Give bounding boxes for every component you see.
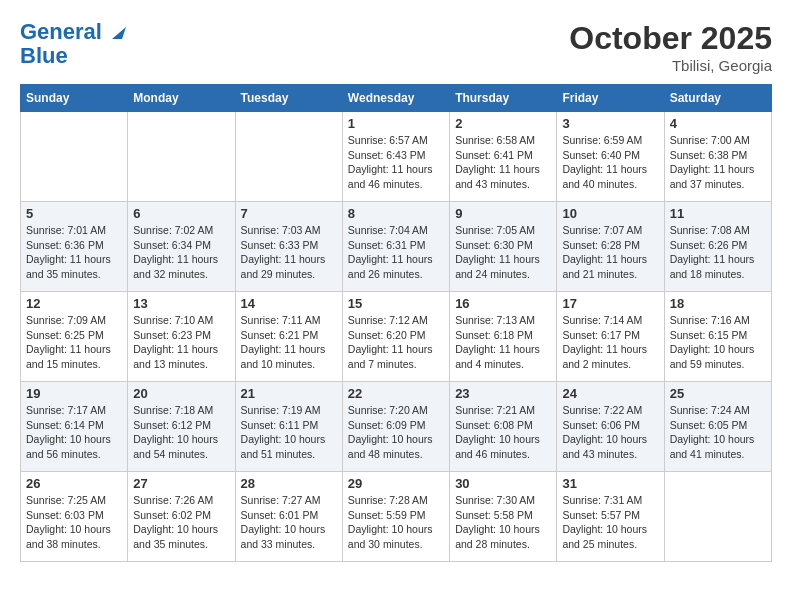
calendar-cell: 1Sunrise: 6:57 AM Sunset: 6:43 PM Daylig… [342, 112, 449, 202]
day-info: Sunrise: 7:03 AM Sunset: 6:33 PM Dayligh… [241, 223, 337, 282]
weekday-header-sunday: Sunday [21, 85, 128, 112]
day-info: Sunrise: 7:25 AM Sunset: 6:03 PM Dayligh… [26, 493, 122, 552]
title-block: October 2025 Tbilisi, Georgia [569, 20, 772, 74]
page-header: General Blue October 2025 Tbilisi, Georg… [20, 20, 772, 74]
logo-bird-icon [104, 21, 126, 43]
calendar-cell: 14Sunrise: 7:11 AM Sunset: 6:21 PM Dayli… [235, 292, 342, 382]
day-number: 28 [241, 476, 337, 491]
day-number: 1 [348, 116, 444, 131]
day-info: Sunrise: 7:00 AM Sunset: 6:38 PM Dayligh… [670, 133, 766, 192]
day-number: 26 [26, 476, 122, 491]
calendar-cell: 7Sunrise: 7:03 AM Sunset: 6:33 PM Daylig… [235, 202, 342, 292]
day-number: 6 [133, 206, 229, 221]
calendar-cell: 12Sunrise: 7:09 AM Sunset: 6:25 PM Dayli… [21, 292, 128, 382]
day-number: 12 [26, 296, 122, 311]
day-info: Sunrise: 7:09 AM Sunset: 6:25 PM Dayligh… [26, 313, 122, 372]
day-info: Sunrise: 7:13 AM Sunset: 6:18 PM Dayligh… [455, 313, 551, 372]
calendar-cell [21, 112, 128, 202]
calendar-cell: 2Sunrise: 6:58 AM Sunset: 6:41 PM Daylig… [450, 112, 557, 202]
weekday-header-friday: Friday [557, 85, 664, 112]
day-number: 13 [133, 296, 229, 311]
calendar-cell: 21Sunrise: 7:19 AM Sunset: 6:11 PM Dayli… [235, 382, 342, 472]
day-info: Sunrise: 6:58 AM Sunset: 6:41 PM Dayligh… [455, 133, 551, 192]
calendar-cell: 30Sunrise: 7:30 AM Sunset: 5:58 PM Dayli… [450, 472, 557, 562]
calendar-cell [235, 112, 342, 202]
day-number: 8 [348, 206, 444, 221]
calendar-week-4: 26Sunrise: 7:25 AM Sunset: 6:03 PM Dayli… [21, 472, 772, 562]
day-info: Sunrise: 7:01 AM Sunset: 6:36 PM Dayligh… [26, 223, 122, 282]
day-number: 19 [26, 386, 122, 401]
day-number: 20 [133, 386, 229, 401]
calendar-cell: 23Sunrise: 7:21 AM Sunset: 6:08 PM Dayli… [450, 382, 557, 472]
day-info: Sunrise: 7:10 AM Sunset: 6:23 PM Dayligh… [133, 313, 229, 372]
calendar-cell: 29Sunrise: 7:28 AM Sunset: 5:59 PM Dayli… [342, 472, 449, 562]
weekday-header-thursday: Thursday [450, 85, 557, 112]
calendar-cell: 9Sunrise: 7:05 AM Sunset: 6:30 PM Daylig… [450, 202, 557, 292]
calendar-cell: 11Sunrise: 7:08 AM Sunset: 6:26 PM Dayli… [664, 202, 771, 292]
calendar-cell: 28Sunrise: 7:27 AM Sunset: 6:01 PM Dayli… [235, 472, 342, 562]
day-info: Sunrise: 7:26 AM Sunset: 6:02 PM Dayligh… [133, 493, 229, 552]
day-info: Sunrise: 7:16 AM Sunset: 6:15 PM Dayligh… [670, 313, 766, 372]
day-info: Sunrise: 7:05 AM Sunset: 6:30 PM Dayligh… [455, 223, 551, 282]
day-info: Sunrise: 7:22 AM Sunset: 6:06 PM Dayligh… [562, 403, 658, 462]
calendar-cell [664, 472, 771, 562]
day-info: Sunrise: 7:02 AM Sunset: 6:34 PM Dayligh… [133, 223, 229, 282]
svg-marker-0 [112, 27, 126, 39]
day-number: 31 [562, 476, 658, 491]
day-info: Sunrise: 7:24 AM Sunset: 6:05 PM Dayligh… [670, 403, 766, 462]
calendar-week-0: 1Sunrise: 6:57 AM Sunset: 6:43 PM Daylig… [21, 112, 772, 202]
day-number: 23 [455, 386, 551, 401]
day-number: 11 [670, 206, 766, 221]
logo-text-general: General [20, 20, 102, 44]
day-number: 10 [562, 206, 658, 221]
day-info: Sunrise: 7:12 AM Sunset: 6:20 PM Dayligh… [348, 313, 444, 372]
calendar-cell: 6Sunrise: 7:02 AM Sunset: 6:34 PM Daylig… [128, 202, 235, 292]
weekday-header-row: SundayMondayTuesdayWednesdayThursdayFrid… [21, 85, 772, 112]
logo-text-blue: Blue [20, 43, 68, 68]
day-number: 27 [133, 476, 229, 491]
day-info: Sunrise: 7:20 AM Sunset: 6:09 PM Dayligh… [348, 403, 444, 462]
day-number: 14 [241, 296, 337, 311]
day-number: 29 [348, 476, 444, 491]
calendar-cell: 15Sunrise: 7:12 AM Sunset: 6:20 PM Dayli… [342, 292, 449, 382]
day-info: Sunrise: 7:30 AM Sunset: 5:58 PM Dayligh… [455, 493, 551, 552]
logo: General Blue [20, 20, 126, 68]
day-info: Sunrise: 7:17 AM Sunset: 6:14 PM Dayligh… [26, 403, 122, 462]
calendar-cell: 3Sunrise: 6:59 AM Sunset: 6:40 PM Daylig… [557, 112, 664, 202]
day-info: Sunrise: 7:31 AM Sunset: 5:57 PM Dayligh… [562, 493, 658, 552]
day-number: 25 [670, 386, 766, 401]
day-number: 3 [562, 116, 658, 131]
day-number: 18 [670, 296, 766, 311]
calendar-week-3: 19Sunrise: 7:17 AM Sunset: 6:14 PM Dayli… [21, 382, 772, 472]
weekday-header-tuesday: Tuesday [235, 85, 342, 112]
calendar-cell: 22Sunrise: 7:20 AM Sunset: 6:09 PM Dayli… [342, 382, 449, 472]
calendar-cell: 25Sunrise: 7:24 AM Sunset: 6:05 PM Dayli… [664, 382, 771, 472]
month-title: October 2025 [569, 20, 772, 57]
day-number: 16 [455, 296, 551, 311]
calendar-cell: 18Sunrise: 7:16 AM Sunset: 6:15 PM Dayli… [664, 292, 771, 382]
day-info: Sunrise: 7:19 AM Sunset: 6:11 PM Dayligh… [241, 403, 337, 462]
calendar-cell: 8Sunrise: 7:04 AM Sunset: 6:31 PM Daylig… [342, 202, 449, 292]
day-info: Sunrise: 6:59 AM Sunset: 6:40 PM Dayligh… [562, 133, 658, 192]
day-number: 30 [455, 476, 551, 491]
calendar-cell: 24Sunrise: 7:22 AM Sunset: 6:06 PM Dayli… [557, 382, 664, 472]
day-number: 2 [455, 116, 551, 131]
weekday-header-wednesday: Wednesday [342, 85, 449, 112]
day-number: 4 [670, 116, 766, 131]
weekday-header-saturday: Saturday [664, 85, 771, 112]
day-info: Sunrise: 7:27 AM Sunset: 6:01 PM Dayligh… [241, 493, 337, 552]
calendar-cell: 13Sunrise: 7:10 AM Sunset: 6:23 PM Dayli… [128, 292, 235, 382]
location: Tbilisi, Georgia [569, 57, 772, 74]
calendar-cell: 10Sunrise: 7:07 AM Sunset: 6:28 PM Dayli… [557, 202, 664, 292]
day-info: Sunrise: 6:57 AM Sunset: 6:43 PM Dayligh… [348, 133, 444, 192]
calendar-cell: 5Sunrise: 7:01 AM Sunset: 6:36 PM Daylig… [21, 202, 128, 292]
day-number: 24 [562, 386, 658, 401]
day-info: Sunrise: 7:07 AM Sunset: 6:28 PM Dayligh… [562, 223, 658, 282]
day-number: 9 [455, 206, 551, 221]
day-info: Sunrise: 7:14 AM Sunset: 6:17 PM Dayligh… [562, 313, 658, 372]
day-info: Sunrise: 7:21 AM Sunset: 6:08 PM Dayligh… [455, 403, 551, 462]
calendar-cell: 16Sunrise: 7:13 AM Sunset: 6:18 PM Dayli… [450, 292, 557, 382]
day-number: 21 [241, 386, 337, 401]
calendar-cell [128, 112, 235, 202]
day-number: 22 [348, 386, 444, 401]
